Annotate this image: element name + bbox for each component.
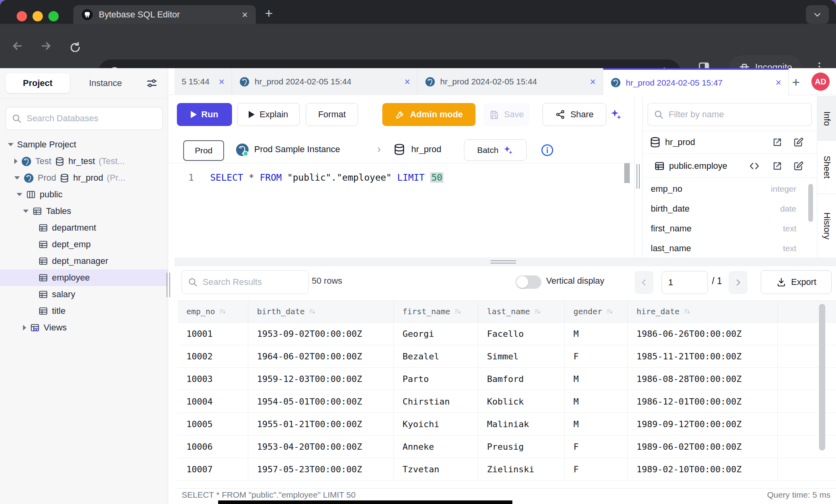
table-row[interactable]: 10001 1953-09-02T00:00:00Z Georgi Facell…	[178, 323, 836, 345]
panel-resize-handle[interactable]	[639, 164, 640, 189]
chevron-down-icon[interactable]	[17, 193, 22, 196]
tree-item-table-department[interactable]: department	[0, 220, 168, 236]
schema-filter-input[interactable]	[668, 109, 806, 120]
side-tab-info[interactable]: Info	[817, 96, 836, 141]
traffic-light-maximize[interactable]	[48, 11, 59, 21]
tab-instance[interactable]: Instance	[78, 73, 133, 93]
database-search-input[interactable]	[26, 113, 157, 124]
table-row[interactable]: 10003 1959-12-03T00:00:00Z Parto Bamford…	[178, 368, 836, 390]
database-row[interactable]: hr_prod	[643, 131, 817, 154]
horizontal-splitter[interactable]	[174, 258, 836, 266]
external-link-icon[interactable]	[772, 137, 783, 148]
column-header-hire-date[interactable]: hire_date	[628, 301, 778, 322]
schema-column-row[interactable]: last_name text	[643, 239, 817, 258]
share-button[interactable]: Share	[543, 103, 606, 126]
query-tab-2[interactable]: hr_prod 2024-02-05 15:44 ×	[232, 68, 418, 95]
database-name[interactable]: hr_prod	[411, 144, 441, 155]
avatar[interactable]: AD	[811, 73, 830, 91]
column-list-scrollbar[interactable]	[808, 184, 813, 222]
reload-icon[interactable]	[68, 40, 80, 52]
chevron-down-icon[interactable]	[14, 176, 20, 179]
column-header-birth-date[interactable]: birth_date	[248, 301, 394, 322]
close-icon[interactable]: ×	[219, 76, 224, 88]
tree-item-test-database[interactable]: Test hr_test (Test...	[0, 153, 168, 170]
tree-item-views-group[interactable]: Views	[0, 319, 168, 336]
browser-tab[interactable]: Bytebase SQL Editor ×	[73, 5, 256, 24]
editor-scrollbar[interactable]	[624, 163, 630, 183]
back-icon[interactable]	[11, 40, 24, 52]
sql-editor[interactable]: 1 SELECT*FROM"public"."employee"LIMIT50	[169, 170, 635, 185]
tree-item-table-dept-emp[interactable]: dept_emp	[0, 236, 168, 253]
close-icon[interactable]: ×	[775, 77, 781, 88]
table-row[interactable]: 10007 1957-05-23T00:00:00Z Tzvetan Zieli…	[178, 458, 836, 481]
chevron-right-icon[interactable]	[14, 158, 17, 164]
tree-item-schema-public[interactable]: public	[0, 186, 168, 203]
tree-item-table-title[interactable]: title	[0, 303, 168, 319]
chevron-down-icon[interactable]	[8, 143, 13, 146]
table-row[interactable]: 10005 1955-01-21T00:00:00Z Kyoichi Malin…	[178, 413, 836, 435]
table-row[interactable]: 10006 1953-04-20T00:00:00Z Anneke Preusi…	[178, 435, 836, 458]
schema-column-row[interactable]: birth_date date	[643, 199, 817, 219]
browser-new-tab-icon[interactable]: +	[265, 6, 273, 21]
column-header-last-name[interactable]: last_name	[478, 301, 565, 322]
panel-resize-handle[interactable]	[637, 164, 637, 189]
database-search[interactable]	[6, 107, 163, 130]
page-number-input[interactable]	[662, 271, 708, 294]
ai-sparkles-icon[interactable]	[607, 103, 625, 126]
forward-icon[interactable]	[40, 40, 52, 52]
schema-column-row[interactable]: emp_no integer	[643, 179, 817, 199]
info-circle-icon[interactable]	[541, 143, 554, 157]
instance-name[interactable]: Prod Sample Instance	[254, 144, 340, 155]
close-icon[interactable]: ×	[404, 76, 410, 88]
tree-item-table-salary[interactable]: salary	[0, 286, 168, 303]
table-row[interactable]: 10004 1954-05-01T00:00:00Z Chirstian Kob…	[178, 390, 836, 413]
close-icon[interactable]: ×	[590, 76, 596, 88]
tree-item-tables-group[interactable]: Tables	[0, 203, 168, 220]
table-row-header[interactable]: public.employe	[643, 155, 817, 178]
browser-toolbar: localhost:8080/sql-editor/prod-sample-in…	[0, 24, 836, 68]
admin-mode-button[interactable]: Admin mode	[382, 103, 476, 126]
schema-filter[interactable]	[648, 103, 812, 126]
export-button[interactable]: Export	[761, 270, 832, 294]
side-tab-history[interactable]: History	[817, 194, 836, 258]
edit-icon[interactable]	[793, 160, 804, 172]
external-link-icon[interactable]	[772, 160, 783, 172]
query-tab-4-active[interactable]: hr_prod 2024-02-05 15:47 ×	[603, 68, 789, 95]
query-tab-1[interactable]: 5 15:44 ×	[174, 68, 232, 95]
traffic-light-minimize[interactable]	[33, 11, 43, 21]
chevron-down-icon[interactable]	[23, 210, 29, 213]
prev-page-button[interactable]	[635, 271, 654, 294]
explain-button[interactable]: Explain	[237, 103, 300, 126]
code-icon[interactable]	[748, 160, 760, 172]
side-tab-sheet[interactable]: Sheet	[817, 141, 836, 194]
vertical-display-toggle[interactable]	[516, 275, 541, 289]
tree-item-table-employee-selected[interactable]: employee	[0, 269, 168, 286]
column-header-emp-no[interactable]: emp_no	[178, 301, 248, 322]
results-scrollbar[interactable]	[819, 304, 825, 451]
tree-item-table-dept-manager[interactable]: dept_manager	[0, 253, 168, 269]
run-button[interactable]: Run	[177, 103, 232, 126]
new-query-tab-icon[interactable]: +	[792, 74, 800, 90]
tree-label: Sample Project	[17, 139, 76, 150]
tree-settings-icon[interactable]	[146, 77, 158, 90]
tree-item-prod-database[interactable]: Prod hr_prod (Pr...	[0, 170, 168, 186]
edit-icon[interactable]	[793, 137, 804, 148]
tab-project[interactable]: Project	[6, 73, 70, 93]
table-row[interactable]: 10002 1964-06-02T00:00:00Z Bezalel Simme…	[178, 345, 836, 368]
column-header-first-name[interactable]: first_name	[394, 301, 478, 322]
save-button[interactable]: Save	[483, 103, 529, 126]
tab-search-chevron-icon[interactable]	[806, 5, 829, 24]
results-search[interactable]	[182, 270, 309, 294]
next-page-button[interactable]	[729, 271, 748, 294]
schema-column-row[interactable]: first_name text	[643, 219, 817, 239]
sidebar-resize-handle[interactable]	[167, 273, 167, 297]
chevron-right-icon[interactable]	[23, 325, 26, 330]
traffic-light-close[interactable]	[17, 11, 27, 21]
format-button[interactable]: Format	[306, 103, 358, 126]
batch-button[interactable]: Batch	[464, 139, 527, 161]
tree-item-project[interactable]: Sample Project	[0, 136, 168, 153]
query-tab-3[interactable]: hr_prod 2024-02-05 15:44 ×	[418, 68, 603, 95]
browser-tab-close-icon[interactable]: ×	[242, 10, 248, 20]
column-header-gender[interactable]: gender	[565, 301, 628, 322]
results-search-input[interactable]	[202, 277, 318, 288]
